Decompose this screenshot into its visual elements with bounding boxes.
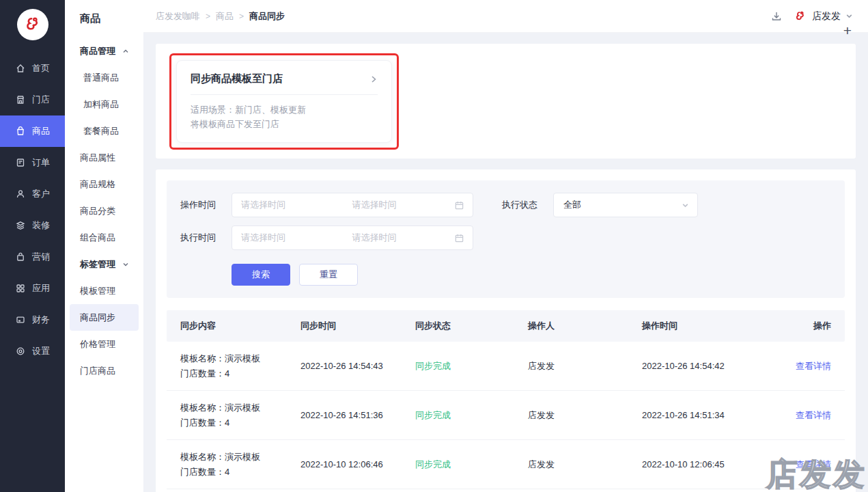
sidebar-item-label: 设置 [32,345,50,357]
sync-card-title: 同步商品模板至门店 [191,72,283,85]
sync-card-description: 适用场景：新门店、模板更新 将模板商品下发至门店 [191,102,378,132]
cell-sync-time: 2022-10-26 14:54:43 [287,361,402,371]
topbar-right: 店发发 [770,10,853,23]
exec-time-range-input[interactable]: 请选择时间 请选择时间 [232,226,473,250]
apps-grid-icon [15,283,26,294]
subnav-item-goods-specs[interactable]: 商品规格 [65,171,143,197]
op-time-end-placeholder: 请选择时间 [344,199,455,211]
subnav-item-combined-goods[interactable]: 组合商品 [65,224,143,251]
sidebar-item-decorate[interactable]: 装修 [0,210,65,241]
search-button[interactable]: 搜索 [232,264,290,286]
status-badge: 同步完成 [402,459,514,471]
chevron-up-icon [122,48,129,55]
sync-template-card[interactable]: 同步商品模板至门店 适用场景：新门店、模板更新 将模板商品下发至门店 [176,60,392,143]
op-time-range-input[interactable]: 请选择时间 请选择时间 [232,193,473,217]
sidebar-item-label: 客户 [32,188,50,200]
list-panel: 操作时间 请选择时间 请选择时间 执行状态 全部 [156,169,856,492]
breadcrumb-separator: > [239,12,244,21]
exec-time-label: 执行时间 [180,232,220,244]
red-annotation-box: 同步商品模板至门店 适用场景：新门店、模板更新 将模板商品下发至门店 [169,53,399,150]
plus-icon[interactable]: + [843,23,852,38]
table-header-row: 同步内容 同步时间 同步状态 操作人 操作时间 操作 [167,310,845,342]
sync-card-panel: 同步商品模板至门店 适用场景：新门店、模板更新 将模板商品下发至门店 [156,44,856,159]
sidebar-item-stores[interactable]: 门店 [0,84,65,115]
sidebar-item-label: 财务 [32,314,50,326]
cell-sync-time: 2022-10-10 12:06:46 [287,459,402,469]
reset-button[interactable]: 重置 [299,264,358,286]
download-button[interactable] [770,10,783,23]
user-name: 店发发 [812,10,841,23]
col-header-sync-status: 同步状态 [402,320,514,332]
col-header-op-time: 操作时间 [628,320,779,332]
exec-status-value: 全部 [563,199,581,211]
cell-op-time: 2022-10-26 14:51:34 [628,410,779,420]
table-row: 模板名称：演示模板 门店数量：4 2022-10-10 12:06:46 同步完… [167,440,845,489]
chevron-down-icon [845,12,853,20]
customer-icon [15,189,26,200]
breadcrumb-item-store[interactable]: 店发发咖啡 [156,10,200,23]
cell-sync-time: 2022-10-26 14:51:36 [287,410,402,420]
subnav-item-goods-sync[interactable]: 商品同步 [70,304,139,331]
cell-sync-content: 模板名称：演示模板 门店数量：4 [167,450,287,479]
decorate-layers-icon [15,220,26,231]
chevron-down-icon [682,202,689,209]
calendar-icon [454,200,464,210]
breadcrumb-item-goods[interactable]: 商品 [216,10,234,23]
brand-logo-icon [23,14,43,35]
main-area: 店发发咖啡 > 商品 > 商品同步 店发发 + [143,0,868,492]
col-header-sync-content: 同步内容 [167,320,287,332]
subnav-item-topping-goods[interactable]: 加料商品 [65,91,143,118]
view-details-link[interactable]: 查看详情 [779,409,845,422]
cell-operator: 店发发 [514,459,628,471]
sidebar-item-goods[interactable]: 商品 [0,115,65,147]
sidebar-item-home[interactable]: 首页 [0,53,65,84]
sidebar-item-marketing[interactable]: 营销 [0,241,65,273]
sidebar-item-label: 商品 [32,125,50,137]
subnav-item-price-management[interactable]: 价格管理 [65,331,143,357]
chevron-down-icon [122,261,129,268]
subnav-item-combo-meal-goods[interactable]: 套餐商品 [65,118,143,144]
subnav-item-goods-attributes[interactable]: 商品属性 [65,144,143,171]
sidebar-item-orders[interactable]: 订单 [0,147,65,178]
exec-time-start-placeholder: 请选择时间 [232,232,344,244]
cell-operator: 店发发 [514,360,628,372]
sidebar-item-label: 门店 [32,94,50,106]
settings-gear-icon [15,346,26,357]
subnav-item-normal-goods[interactable]: 普通商品 [65,64,143,91]
topbar: 店发发咖啡 > 商品 > 商品同步 店发发 [143,0,868,33]
marketing-bag-icon [15,251,26,262]
secondary-sidebar-title: 商品 [65,10,143,38]
card-divider [191,94,378,95]
app-window: 首页 门店 商品 订单 客户 装修 营销 应用 [0,0,868,492]
user-menu[interactable]: 店发发 [794,10,853,23]
view-details-link[interactable]: 查看详情 [779,459,845,471]
status-badge: 同步完成 [402,409,514,422]
sidebar-item-finance[interactable]: 财务 [0,304,65,336]
finance-card-icon [15,314,26,325]
brand-logo[interactable] [17,9,48,40]
sidebar-item-settings[interactable]: 设置 [0,336,65,367]
col-header-action: 操作 [779,320,845,332]
subnav-group-goods-management[interactable]: 商品管理 [65,38,143,64]
exec-status-label: 执行状态 [502,199,542,211]
table-row: 模板名称：演示模板 门店数量：4 2022-10-26 14:51:36 同步完… [167,391,845,440]
filter-block: 操作时间 请选择时间 请选择时间 执行状态 全部 [167,180,845,298]
sidebar-item-apps[interactable]: 应用 [0,273,65,304]
subnav-item-goods-categories[interactable]: 商品分类 [65,197,143,224]
sidebar-item-customers[interactable]: 客户 [0,178,65,210]
cell-op-time: 2022-10-26 14:54:42 [628,361,779,371]
sidebar-item-label: 订单 [32,156,50,169]
status-badge: 同步完成 [402,360,514,372]
goods-bag-icon [15,126,26,137]
brand-mini-logo-icon [794,10,807,23]
view-details-link[interactable]: 查看详情 [779,360,845,372]
subnav-group-tag-management[interactable]: 标签管理 [65,251,143,277]
content-area: 同步商品模板至门店 适用场景：新门店、模板更新 将模板商品下发至门店 [143,33,868,492]
home-icon [15,63,26,74]
subnav-item-store-goods[interactable]: 门店商品 [65,357,143,384]
breadcrumb-item-current: 商品同步 [249,10,285,23]
exec-status-select[interactable]: 全部 [553,193,698,217]
calendar-icon [454,233,464,243]
op-time-label: 操作时间 [180,199,220,211]
subnav-item-template-management[interactable]: 模板管理 [65,277,143,304]
